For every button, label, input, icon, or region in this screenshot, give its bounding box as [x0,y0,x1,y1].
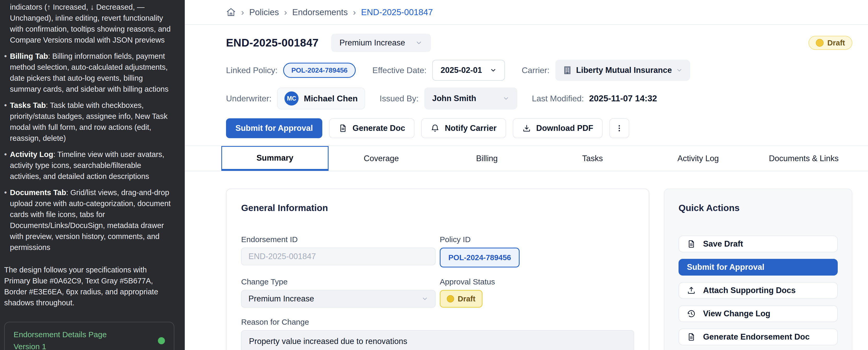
endorsement-id-input[interactable] [241,247,436,265]
avatar: MC [284,91,299,106]
breadcrumb-separator: › [353,7,356,17]
tab-bar: Summary Coverage Billing Tasks Activity … [185,145,868,171]
submit-for-approval-label: Submit for Approval [236,123,313,133]
generate-doc-button[interactable]: Generate Doc [329,118,415,138]
sidebar-bullet-billing: Billing Tab: Billing information fields,… [10,51,174,94]
endorsement-type-value: Premium Increase [340,38,405,48]
policy-id-field: Policy ID POL-2024-789456 [440,235,634,267]
sidebar-bullet-tasks: Tasks Tab: Task table with checkboxes, p… [10,100,174,144]
status-badge: Draft [808,36,852,50]
status-dot [816,39,824,47]
policy-id-label: Policy ID [440,235,634,244]
submit-for-approval-quick-button[interactable]: Submit for Approval [679,259,838,275]
tab-summary[interactable]: Summary [221,146,329,171]
breadcrumb-endorsements[interactable]: Endorsements [292,7,348,17]
notify-carrier-button[interactable]: Notify Carrier [421,118,506,138]
issued-by-label: Issued By: [380,94,418,104]
generate-doc-label: Generate Doc [352,123,405,133]
tab-content-summary: General Information Endorsement ID Polic… [185,171,868,350]
version-status-dot [158,337,165,344]
policy-id-pill[interactable]: POL-2024-789456 [440,247,520,267]
linked-policy-pill[interactable]: POL-2024-789456 [283,63,355,78]
reason-for-change-label: Reason for Change [241,318,634,326]
download-pdf-button[interactable]: Download PDF [513,118,603,138]
history-icon [687,309,696,318]
quick-actions-title: Quick Actions [679,203,838,213]
underwriter-name: Michael Chen [304,94,358,104]
reason-for-change-textarea[interactable]: Property value increased due to renovati… [241,330,634,350]
breadcrumb-separator: › [284,7,287,17]
bullet-text: : Grid/list views, drag-and-drop upload … [10,188,171,252]
version-card-subtitle: Version 1 [13,341,107,350]
generate-endorsement-doc-button[interactable]: Generate Endorsement Doc [679,328,838,345]
last-modified-value: 2025-11-07 14:32 [589,93,657,104]
effective-date-label: Effective Date: [372,65,427,75]
general-information-title: General Information [241,203,634,213]
carrier-label: Carrier: [522,65,550,75]
bullet-title: Tasks Tab [10,101,46,110]
carrier-dropdown[interactable]: Liberty Mutual Insurance [555,60,690,81]
effective-date-dropdown[interactable]: 2025-02-01 [432,60,505,81]
sidebar-intro-text: indicators (↑ Increased, ↓ Decreased, — … [10,2,174,46]
chat-sidebar: indicators (↑ Increased, ↓ Decreased, — … [0,0,185,350]
change-type-label: Change Type [241,278,436,286]
change-type-value: Premium Increase [248,294,314,303]
building-icon [563,65,572,75]
sidebar-bullet-activity-log: Activity Log: Timeline view with user av… [10,149,174,182]
general-information-card: General Information Endorsement ID Polic… [226,188,649,350]
last-modified-label: Last Modified: [532,94,584,104]
home-icon[interactable] [226,7,236,17]
chevron-down-icon [415,39,423,47]
quick-actions-card: Quick Actions Save Draft Submit for Appr… [664,188,852,350]
document-icon [687,239,696,249]
view-change-log-button[interactable]: View Change Log [679,305,838,322]
tab-tasks[interactable]: Tasks [540,146,645,171]
main-area: › Policies › Endorsements › END-2025-001… [185,0,868,350]
bullet-title: Documents Tab [10,188,66,197]
endorsement-id-field: Endorsement ID [241,235,436,267]
download-pdf-label: Download PDF [536,123,593,133]
more-actions-button[interactable] [609,118,629,138]
endorsement-id-label: Endorsement ID [241,235,436,244]
tab-coverage[interactable]: Coverage [329,146,434,171]
endorsement-header: END-2025-001847 Premium Increase Draft L… [185,25,868,145]
approval-status-field: Approval Status Draft [440,278,634,308]
tab-documents-links[interactable]: Documents & Links [751,146,857,171]
breadcrumb: › Policies › Endorsements › END-2025-001… [185,0,868,25]
approval-status-badge: Draft [440,290,483,308]
tab-activity-log[interactable]: Activity Log [645,146,751,171]
document-icon [339,124,347,133]
submit-for-approval-quick-label: Submit for Approval [687,262,765,272]
version-card[interactable]: Endorsement Details Page Version 1 [4,322,174,350]
notify-carrier-label: Notify Carrier [445,123,496,133]
generate-endorsement-doc-label: Generate Endorsement Doc [703,332,810,342]
document-icon [687,332,696,341]
tab-billing[interactable]: Billing [434,146,540,171]
save-draft-button[interactable]: Save Draft [679,236,838,252]
carrier-value: Liberty Mutual Insurance [576,65,676,75]
chevron-down-icon [490,67,497,74]
attach-supporting-docs-label: Attach Supporting Docs [703,286,796,295]
sidebar-design-note: The design follows your specifications w… [4,264,174,308]
status-dot [447,295,454,302]
underwriter-chip[interactable]: MC Michael Chen [277,88,365,110]
chevron-down-icon [422,295,428,302]
endorsement-type-dropdown[interactable]: Premium Increase [331,34,431,52]
breadcrumb-policies[interactable]: Policies [249,7,279,17]
bullet-title: Activity Log [10,150,53,158]
upload-icon [687,286,696,295]
effective-date-value: 2025-02-01 [440,65,482,75]
issued-by-dropdown[interactable]: John Smith [424,88,517,110]
version-card-title: Endorsement Details Page [13,328,107,341]
change-type-dropdown[interactable]: Premium Increase [241,290,436,308]
submit-for-approval-button[interactable]: Submit for Approval [226,118,322,138]
reason-for-change-field: Reason for Change Property value increas… [241,318,634,350]
attach-supporting-docs-button[interactable]: Attach Supporting Docs [679,282,838,299]
approval-status-label: Approval Status [440,278,634,286]
linked-policy-label: Linked Policy: [226,65,277,75]
approval-status-value: Draft [458,295,475,303]
status-badge-label: Draft [827,39,845,47]
save-draft-label: Save Draft [703,239,743,249]
page-title: END-2025-001847 [226,36,319,49]
sidebar-bullet-documents: Documents Tab: Grid/list views, drag-and… [10,187,174,253]
